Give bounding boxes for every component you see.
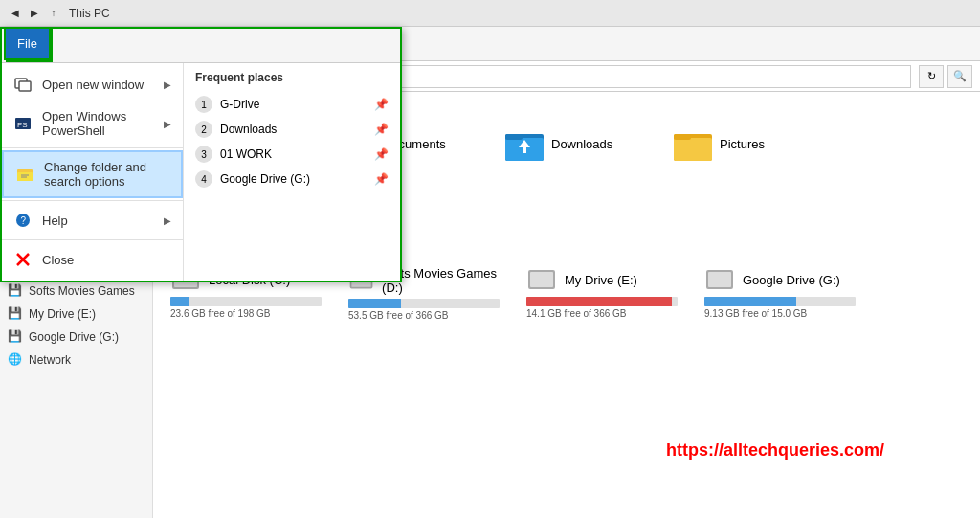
title-text: This PC xyxy=(69,7,110,20)
svg-text:PS: PS xyxy=(17,121,28,129)
frequent-g-drive[interactable]: 1 G-Drive 📌 xyxy=(195,92,389,117)
folder-downloads-label: Downloads xyxy=(551,137,612,151)
frequent-label-google-drive: Google Drive (G:) xyxy=(220,172,310,186)
pin-google-drive-icon: 📌 xyxy=(374,172,389,186)
svg-rect-14 xyxy=(674,134,691,140)
sidebar-label-network: Network xyxy=(29,353,71,367)
close-icon xyxy=(13,250,33,269)
drive-g-icon xyxy=(704,266,735,293)
frequent-label-downloads: Downloads xyxy=(220,123,277,136)
frequent-01work[interactable]: 3 01 WORK 📌 xyxy=(195,142,389,167)
dropdown-header: File xyxy=(2,29,400,63)
frequent-num-2: 2 xyxy=(195,121,212,138)
sidebar-item-google-drive[interactable]: 💾 Google Drive (G:) xyxy=(0,326,152,349)
drive-d-info: 53.5 GB free of 366 GB xyxy=(348,310,500,321)
drive-e-icon xyxy=(526,266,557,293)
svg-rect-26 xyxy=(708,272,731,287)
sidebar-item-softs[interactable]: 💾 Softs Movies Games xyxy=(0,280,152,303)
menu-close[interactable]: Close xyxy=(2,242,183,277)
folder-pictures[interactable]: Pictures xyxy=(670,123,823,165)
search-button[interactable]: 🔍 xyxy=(947,65,972,88)
dropdown-content: Open new window ▶ PS Open Windows PowerS… xyxy=(2,63,400,281)
title-bar-nav[interactable]: ◀ ▶ ↑ xyxy=(8,6,61,21)
file-dropdown: File Open new window ▶ PS Open Windows P… xyxy=(0,27,402,282)
pin-downloads-icon: 📌 xyxy=(374,123,389,136)
frequent-label-gdrive: G-Drive xyxy=(220,98,259,111)
menu-powershell-label: Open Windows PowerShell xyxy=(42,109,154,138)
disk-d-icon: 💾 xyxy=(8,283,23,299)
menu-folder-options-label: Change folder and search options xyxy=(44,160,169,189)
disk-e-icon: 💾 xyxy=(8,306,23,322)
drive-c-info: 23.6 GB free of 198 GB xyxy=(170,308,322,319)
menu-powershell[interactable]: PS Open Windows PowerShell ▶ xyxy=(2,101,183,146)
menu-help-label: Help xyxy=(42,214,68,228)
drive-g-name: Google Drive (G:) xyxy=(743,273,840,287)
powershell-arrow: ▶ xyxy=(164,119,171,129)
menu-folder-options[interactable]: Change folder and search options xyxy=(2,150,183,198)
menu-divider-1 xyxy=(2,147,183,148)
up-icon[interactable]: ↑ xyxy=(46,6,61,21)
folder-options-icon xyxy=(15,165,34,184)
menu-help[interactable]: ? Help ▶ xyxy=(2,203,183,237)
address-buttons: ↻ 🔍 xyxy=(919,65,972,88)
frequent-title: Frequent places xyxy=(195,71,389,84)
powershell-icon: PS xyxy=(13,114,33,133)
drive-e[interactable]: My Drive (E:) 14.1 GB free of 366 GB xyxy=(521,260,683,327)
sidebar-label-gdrive: Google Drive (G:) xyxy=(29,330,119,344)
drive-e-name: My Drive (E:) xyxy=(565,273,637,287)
menu-left: Open new window ▶ PS Open Windows PowerS… xyxy=(2,63,184,281)
sidebar-item-my-drive[interactable]: 💾 My Drive (E:) xyxy=(0,303,152,326)
forward-icon[interactable]: ▶ xyxy=(27,6,42,21)
frequent-label-01work: 01 WORK xyxy=(220,147,272,161)
svg-rect-24 xyxy=(530,272,553,287)
drive-g[interactable]: Google Drive (G:) 9.13 GB free of 15.0 G… xyxy=(699,260,861,327)
help-arrow: ▶ xyxy=(164,215,171,226)
menu-new-window-label: Open new window xyxy=(42,78,144,92)
gdrive-icon: 💾 xyxy=(8,329,23,345)
new-window-arrow: ▶ xyxy=(164,79,171,90)
svg-rect-13 xyxy=(674,138,712,161)
drive-e-info: 14.1 GB free of 366 GB xyxy=(526,308,678,319)
sidebar-item-network[interactable]: 🌐 Network xyxy=(0,349,152,372)
menu-divider-2 xyxy=(2,200,183,201)
frequent-downloads[interactable]: 2 Downloads 📌 xyxy=(195,117,389,142)
menu-right: Frequent places 1 G-Drive 📌 2 Downloads … xyxy=(184,63,400,281)
pin-gdrive-icon: 📌 xyxy=(374,98,389,111)
network-icon: 🌐 xyxy=(8,352,23,368)
frequent-google-drive[interactable]: 4 Google Drive (G:) 📌 xyxy=(195,167,389,191)
sidebar-label-my-drive: My Drive (E:) xyxy=(29,307,96,321)
watermark: https://alltechqueries.com/ xyxy=(666,440,884,461)
file-tab[interactable]: File xyxy=(4,27,51,60)
frequent-num-3: 3 xyxy=(195,146,212,163)
folder-pictures-icon xyxy=(674,126,712,161)
help-icon: ? xyxy=(13,211,33,230)
svg-rect-10 xyxy=(505,134,523,140)
title-bar: ◀ ▶ ↑ This PC xyxy=(0,0,980,27)
refresh-button[interactable]: ↻ xyxy=(919,65,944,88)
menu-close-label: Close xyxy=(42,253,74,267)
new-window-icon xyxy=(13,75,33,94)
menu-divider-3 xyxy=(2,239,183,240)
folder-downloads-icon xyxy=(505,126,544,161)
svg-rect-28 xyxy=(19,81,31,91)
frequent-num-4: 4 xyxy=(195,170,212,188)
folder-downloads[interactable]: Downloads xyxy=(501,123,655,165)
frequent-num-1: 1 xyxy=(195,96,212,113)
folder-pictures-label: Pictures xyxy=(720,137,765,151)
drive-g-info: 9.13 GB free of 15.0 GB xyxy=(704,308,856,319)
menu-new-window[interactable]: Open new window ▶ xyxy=(2,67,183,101)
svg-text:?: ? xyxy=(21,215,27,226)
back-icon[interactable]: ◀ xyxy=(8,6,23,21)
pin-01work-icon: 📌 xyxy=(374,147,389,161)
sidebar-label-softs: Softs Movies Games xyxy=(29,284,135,298)
